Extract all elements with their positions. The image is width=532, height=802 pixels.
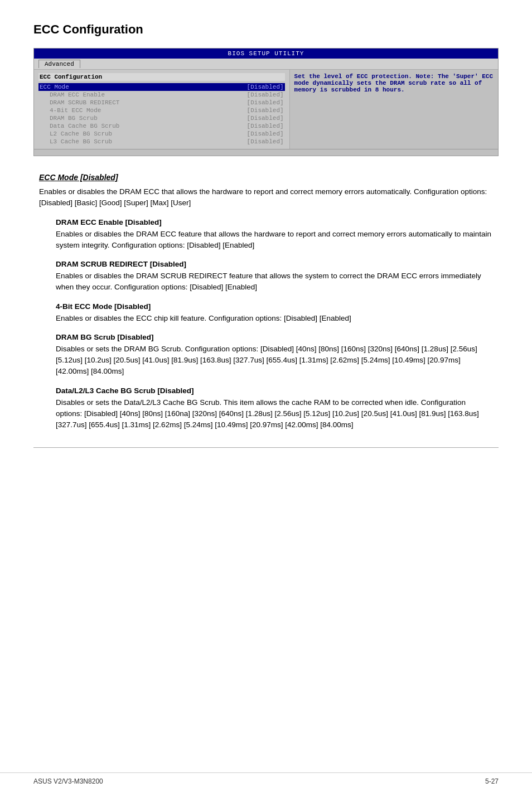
bios-sublabel-3: DRAM BG Scrub — [50, 115, 98, 122]
ecc-mode-text: Enables or disables the DRAM ECC that al… — [39, 186, 493, 209]
bios-subvalue-4: [Disabled] — [247, 123, 284, 129]
bios-screenshot: BIOS SETUP UTILITY Advanced ECC Configur… — [33, 48, 499, 156]
subsection-heading-4: Data/L2/L3 Cache BG Scrub [Disabled] — [56, 386, 493, 395]
subsection-heading-2: 4-Bit ECC Mode [Disabled] — [56, 302, 493, 311]
subsection-4: Data/L2/L3 Cache BG Scrub [Disabled] Dis… — [39, 386, 493, 431]
bios-subrow-3: DRAM BG Scrub [Disabled] — [38, 114, 285, 122]
ecc-mode-heading: ECC Mode [Disabled] — [39, 173, 493, 182]
bios-sublabel-6: L3 Cache BG Scrub — [50, 138, 112, 145]
bios-subvalue-1: [Disabled] — [247, 99, 284, 106]
subsection-text-2: Enables or disables the ECC chip kill fe… — [56, 313, 493, 324]
doc-content: ECC Mode [Disabled] Enables or disables … — [33, 173, 499, 431]
page-title: ECC Configuration — [33, 22, 499, 37]
bios-subvalue-5: [Disabled] — [247, 131, 284, 137]
bios-subrow-5: L2 Cache BG Scrub [Disabled] — [38, 130, 285, 138]
bios-subrow-2: 4-Bit ECC Mode [Disabled] — [38, 107, 285, 114]
ecc-mode-section: ECC Mode [Disabled] Enables or disables … — [39, 173, 493, 209]
bios-footer — [34, 149, 498, 156]
bios-left-panel: ECC Configuration ECC Mode [Disabled] DR… — [34, 70, 289, 149]
footer-right: 5-27 — [485, 777, 499, 785]
bios-help-panel: Set the level of ECC protection. Note: T… — [289, 70, 498, 149]
subsection-heading-3: DRAM BG Scrub [Disabled] — [56, 333, 493, 341]
subsection-1: DRAM SCRUB REDIRECT [Disabled] Enables o… — [39, 260, 493, 293]
bios-subvalue-0: [Disabled] — [247, 91, 284, 98]
subsection-text-1: Enables or disables the DRAM SCRUB REDIR… — [56, 270, 493, 293]
subsection-text-4: Disables or sets the Data/L2/L3 Cache BG… — [56, 397, 493, 431]
bios-content-area: ECC Configuration ECC Mode [Disabled] DR… — [34, 69, 498, 149]
subsection-3: DRAM BG Scrub [Disabled] Disables or set… — [39, 333, 493, 378]
bios-tab-row: Advanced — [34, 59, 498, 69]
bios-section-title: ECC Configuration — [38, 73, 285, 81]
bios-subrow-1: DRAM SCRUB REDIRECT [Disabled] — [38, 99, 285, 107]
subsection-heading-0: DRAM ECC Enable [Disabled] — [56, 218, 493, 226]
footer-left: ASUS V2/V3-M3N8200 — [33, 777, 103, 785]
bios-subrow-0: DRAM ECC Enable [Disabled] — [38, 91, 285, 99]
bios-subrow-6: L3 Cache BG Scrub [Disabled] — [38, 138, 285, 146]
bios-subrow-4: Data Cache BG Scrub [Disabled] — [38, 122, 285, 130]
bios-sublabel-4: Data Cache BG Scrub — [50, 123, 119, 129]
bios-sublabel-5: L2 Cache BG Scrub — [50, 131, 112, 137]
subsection-0: DRAM ECC Enable [Disabled] Enables or di… — [39, 218, 493, 252]
bios-sublabel-2: 4-Bit ECC Mode — [50, 107, 101, 114]
bios-subvalue-6: [Disabled] — [247, 138, 284, 145]
footer-separator — [33, 447, 499, 448]
bios-subvalue-2: [Disabled] — [247, 107, 284, 114]
subsection-text-0: Enables or disables the DRAM ECC feature… — [56, 229, 493, 252]
subsection-heading-1: DRAM SCRUB REDIRECT [Disabled] — [56, 260, 493, 268]
bios-sublabel-1: DRAM SCRUB REDIRECT — [50, 99, 119, 106]
page-footer: ASUS V2/V3-M3N8200 5-27 — [0, 772, 532, 785]
bios-ecc-mode-row: ECC Mode [Disabled] — [38, 83, 285, 91]
bios-header: BIOS SETUP UTILITY — [34, 49, 498, 59]
bios-ecc-mode-value: [Disabled] — [247, 84, 284, 90]
bios-ecc-mode-label: ECC Mode — [40, 84, 69, 90]
bios-subvalue-3: [Disabled] — [247, 115, 284, 122]
subsection-2: 4-Bit ECC Mode [Disabled] Enables or dis… — [39, 302, 493, 324]
bios-tab-advanced: Advanced — [38, 60, 80, 68]
bios-sublabel-0: DRAM ECC Enable — [50, 91, 105, 98]
subsection-text-3: Disables or sets the DRAM BG Scrub. Conf… — [56, 344, 493, 378]
